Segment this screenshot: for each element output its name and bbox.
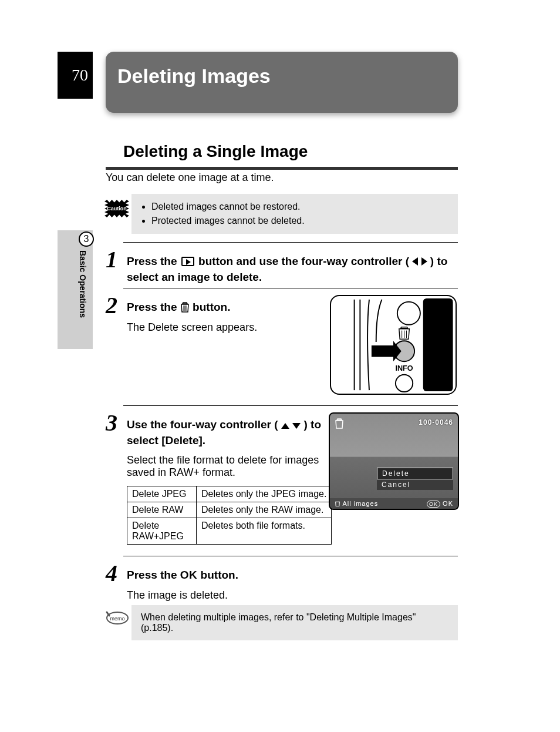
lcd-screenshot: 100-0046 Delete Cancel All images OK OK [329,412,459,510]
step-4-heading: Press the OK button. [127,568,458,583]
down-arrow-icon [292,423,301,429]
memo-badge: memo [104,609,129,627]
text: OK [443,500,453,507]
chapter-number-badge: 3 [79,231,94,247]
memo-callout: memo When deleting multiple images, refe… [104,605,458,640]
page-title: Deleting Images [117,65,271,88]
caution-item: Deleted images cannot be restored. [151,200,448,214]
lcd-menu-cancel: Cancel [377,479,453,490]
step-rule [123,242,458,243]
caution-badge: Caution [104,200,129,217]
text: Use the four-way controller ( [127,418,278,431]
step-3-desc: Select the file format to delete for ima… [127,454,332,479]
intro-text: You can delete one image at a time. [106,172,458,184]
camera-illustration: INFO [330,295,457,395]
format-table: Delete JPEG Deletes only the JPEG image.… [127,486,332,545]
ok-badge-icon: OK [427,501,440,508]
step-number: 2 [106,291,117,319]
section-heading: Deleting a Single Image [106,139,458,167]
lcd-footer-left: All images [335,500,378,507]
table-row: Delete RAW+JPEG Deletes both file format… [127,518,332,545]
table-cell: Delete JPEG [127,486,197,502]
table-cell: Deletes both file formats. [197,518,332,545]
caution-callout: Caution Deleted images cannot be restore… [104,194,458,234]
step-2-heading: Press the button. [127,300,326,315]
step-number: 4 [106,559,117,587]
lcd-footer-right: OK OK [427,500,453,507]
trash-icon [180,301,193,313]
step-4-desc: The image is deleted. [127,589,458,602]
chapter-label: Basic Operations [75,250,90,344]
playback-icon [181,257,194,266]
table-cell: Delete RAW [127,502,197,518]
svg-rect-3 [423,298,453,391]
step-2-desc: The Delete screen appears. [127,321,326,334]
lcd-trash-icon [335,418,344,431]
text: button and use the four-way controller ( [198,255,409,267]
chapter-number: 3 [84,234,89,244]
caution-box: Deleted images cannot be restored. Prote… [131,194,458,234]
ok-button-label-icon: OK [180,569,198,581]
memo-text: When deleting multiple images, refer to … [131,605,458,640]
up-arrow-icon [281,423,289,429]
step-1-heading: Press the button and use the four-way co… [127,254,458,285]
svg-point-6 [397,302,420,325]
lcd-file-number: 100-0046 [419,418,453,427]
text: button. [193,301,230,313]
table-cell: Deletes only the JPEG image. [197,486,332,502]
section-heading-block: Deleting a Single Image [106,139,458,169]
left-arrow-icon [412,257,418,266]
step-rule [123,405,458,406]
step-number: 3 [106,409,117,436]
text: Press the [127,569,180,581]
table-cell: Deletes only the RAW image. [197,502,332,518]
step-1: 1 Press the button and use the four-way … [106,249,458,285]
step-4: 4 Press the OK button. The image is dele… [106,563,458,602]
lcd-menu: Delete Cancel [377,468,453,490]
table-cell: Delete RAW+JPEG [127,518,197,545]
lcd-footer: All images OK OK [330,498,458,509]
step-rule [123,556,458,556]
page-number: 70 [72,66,88,85]
table-row: Delete JPEG Deletes only the JPEG image. [127,486,332,502]
text: Press the [127,301,180,313]
svg-text:memo: memo [110,616,124,622]
right-arrow-icon [421,257,427,266]
page-title-bar: Deleting Images [106,52,458,113]
table-row: Delete RAW Deletes only the RAW image. [127,502,332,518]
text: All images [342,500,378,507]
text: Press the [127,255,180,267]
text: button. [201,569,238,581]
step-rule [123,288,458,288]
step-number: 1 [106,246,117,273]
step-3-heading: Use the four-way controller ( ) to selec… [127,417,332,448]
caution-item: Protected images cannot be deleted. [151,214,448,228]
svg-point-12 [396,375,413,392]
page-number-block: 70 [58,52,93,99]
lcd-menu-delete: Delete [377,468,453,479]
info-label: INFO [395,364,413,372]
